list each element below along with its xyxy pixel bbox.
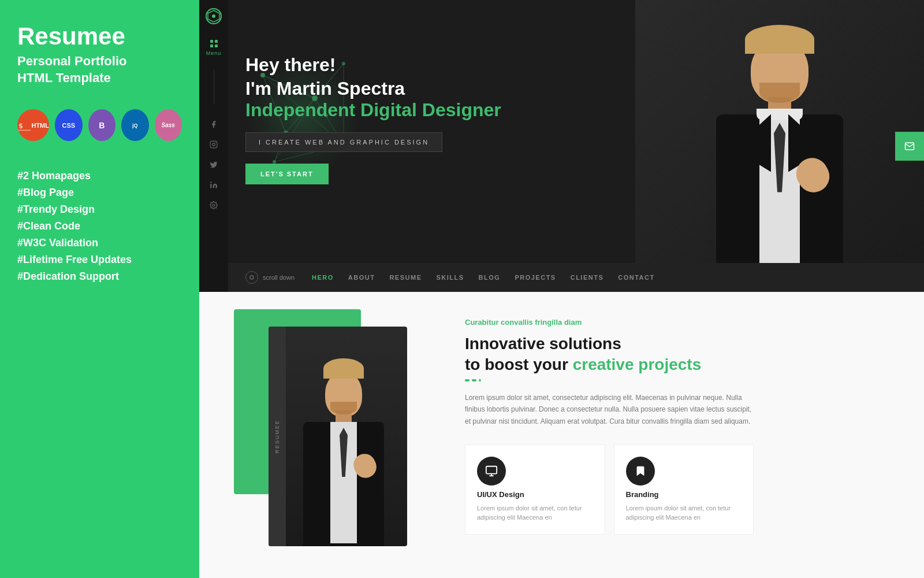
svg-point-8 xyxy=(210,181,211,183)
svg-point-6 xyxy=(213,143,215,146)
settings-icon[interactable] xyxy=(202,197,225,214)
lets-start-button[interactable]: LET'S START xyxy=(245,164,329,184)
about-title-line2: to boost your xyxy=(465,355,573,373)
email-fab-button[interactable] xyxy=(895,132,924,161)
svg-point-9 xyxy=(213,204,215,206)
menu-button[interactable]: Menu xyxy=(199,32,228,64)
sass-icon: Sass xyxy=(155,109,182,141)
hero-content: Hey there! I'm Martin Spectra Independen… xyxy=(245,52,501,184)
features-list: #2 Homapages #Blog Page #Trendy Design #… xyxy=(17,170,182,283)
menu-dot xyxy=(215,40,218,43)
facebook-icon[interactable] xyxy=(202,116,225,133)
about-dot xyxy=(465,379,470,381)
about-dot-small xyxy=(479,379,481,381)
svg-rect-1 xyxy=(18,130,31,131)
service-uiux: UI/UX Design Lorem ipsum dolor sit amet,… xyxy=(465,444,605,535)
svg-point-7 xyxy=(215,142,216,143)
svg-point-4 xyxy=(212,14,215,18)
instagram-icon[interactable] xyxy=(202,136,225,153)
about-subtitle: Curabitur convallis fringilla diam xyxy=(465,318,901,327)
hero-person-image xyxy=(635,0,924,292)
about-person-card: RESUMEE xyxy=(269,327,407,546)
hero-role-static: Independent xyxy=(245,99,360,120)
svg-rect-5 xyxy=(210,141,217,148)
nav-resume[interactable]: RESUME xyxy=(389,274,422,281)
nav-hero[interactable]: HERO xyxy=(312,274,334,281)
scroll-down-label: scroll down xyxy=(263,274,295,281)
svg-rect-30 xyxy=(486,466,497,474)
person-card-label: RESUMEE xyxy=(269,327,286,546)
service-uiux-title: UI/UX Design xyxy=(477,490,593,499)
uiux-icon-circle xyxy=(477,457,506,486)
scroll-circle xyxy=(245,271,258,284)
linkedin-icon[interactable] xyxy=(202,176,225,194)
css3-icon: CSS xyxy=(55,109,83,141)
nav-about[interactable]: ABOUT xyxy=(348,274,375,281)
bottom-nav: scroll down HERO ABOUT RESUME SKILLS BLO… xyxy=(228,263,924,292)
service-branding: Branding Lorem ipsum dolor sit amet, con… xyxy=(614,444,754,535)
left-panel: Resumee Personal PortfolioHTML Template … xyxy=(0,0,199,578)
nav-links: HERO ABOUT RESUME SKILLS BLOG PROJECTS C… xyxy=(312,274,655,281)
about-section: RESUMEE Curabitur convallis fringilla di… xyxy=(199,292,924,578)
sidebar-logo xyxy=(199,0,228,32)
person-card-label-text: RESUMEE xyxy=(274,420,280,454)
nav-projects[interactable]: PROJECTS xyxy=(515,274,556,281)
menu-dot-grid xyxy=(210,40,218,47)
tech-icons-group: 5 HTML CSS B jQ Sass xyxy=(17,109,182,141)
brand-subtitle: Personal PortfolioHTML Template xyxy=(17,53,182,86)
hero-name: I'm Martin Spectra xyxy=(245,78,501,99)
twitter-icon[interactable] xyxy=(202,156,225,173)
sidebar-divider xyxy=(214,69,214,104)
scroll-down-button[interactable]: scroll down xyxy=(245,271,295,284)
social-icons-group xyxy=(202,116,225,214)
feature-blog: #Blog Page xyxy=(17,187,182,199)
about-title: Innovative solutions to boost your creat… xyxy=(465,334,901,376)
svg-point-29 xyxy=(250,276,254,279)
menu-dot xyxy=(210,40,213,43)
jquery-icon: jQ xyxy=(121,109,149,141)
menu-label: Menu xyxy=(206,50,222,56)
nav-contact[interactable]: CONTACT xyxy=(618,274,654,281)
about-description: Lorem ipsum dolor sit amet, consectetur … xyxy=(465,392,754,427)
feature-clean: #Clean Code xyxy=(17,220,182,232)
services-grid: UI/UX Design Lorem ipsum dolor sit amet,… xyxy=(465,444,754,535)
svg-text:5: 5 xyxy=(19,122,23,129)
menu-dot xyxy=(210,45,213,47)
feature-homepages: #2 Homapages xyxy=(17,170,182,182)
hero-section: Menu xyxy=(199,0,924,292)
sidebar-nav: Menu xyxy=(199,0,228,292)
menu-dot xyxy=(215,45,218,47)
branding-icon-circle xyxy=(626,457,655,486)
about-right-panel: Curabitur convallis fringilla diam Innov… xyxy=(442,292,924,578)
service-branding-title: Branding xyxy=(626,490,742,499)
about-title-highlight: creative projects xyxy=(573,355,702,373)
right-panel: Menu xyxy=(199,0,924,578)
about-left-panel: RESUMEE xyxy=(199,292,442,578)
about-dot xyxy=(472,379,476,381)
html5-icon: 5 HTML xyxy=(17,109,49,141)
brand-title: Resumee xyxy=(17,23,182,50)
bootstrap-icon: B xyxy=(88,109,116,141)
service-uiux-desc: Lorem ipsum dolor sit amet, con tetur ad… xyxy=(477,503,593,523)
nav-blog[interactable]: BLOG xyxy=(479,274,501,281)
nav-skills[interactable]: SKILLS xyxy=(436,274,464,281)
about-title-line1: Innovative solutions xyxy=(465,335,621,353)
hero-role: Independent Digital Designer xyxy=(245,99,501,121)
hero-role-highlight: Digital Designer xyxy=(360,99,501,120)
feature-w3c: #W3C Validation xyxy=(17,237,182,249)
hero-tagline-button[interactable]: I CREATE WEB AND GRAPHIC DESIGN xyxy=(245,132,442,152)
service-branding-desc: Lorem ipsum dolor sit amet, con tetur ad… xyxy=(626,503,742,523)
about-dots-decoration xyxy=(465,379,901,381)
feature-support: #Dedication Support xyxy=(17,271,182,283)
nav-clients[interactable]: CLIENTS xyxy=(571,274,604,281)
feature-updates: #Lifetime Free Updates xyxy=(17,254,182,266)
feature-trendy: #Trendy Design xyxy=(17,203,182,216)
hero-greeting: Hey there! xyxy=(245,52,501,78)
